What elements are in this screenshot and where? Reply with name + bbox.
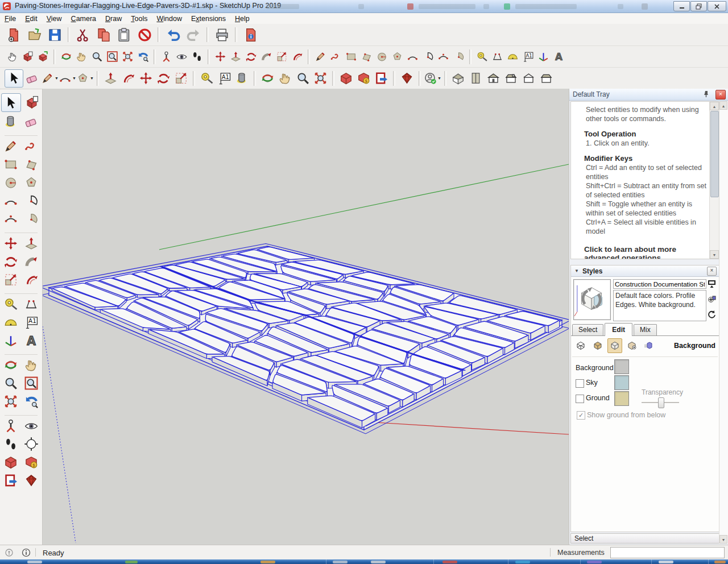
layout-button[interactable] <box>373 70 390 87</box>
layout-button[interactable] <box>2 471 20 489</box>
zoom-button[interactable] <box>89 49 105 64</box>
undo-button[interactable] <box>163 26 183 44</box>
sky-color-swatch[interactable] <box>614 375 629 390</box>
menu-view[interactable]: View <box>42 14 67 23</box>
two-point-arc-button[interactable] <box>405 49 420 64</box>
zoom-button[interactable] <box>2 374 20 392</box>
update-style-icon[interactable] <box>707 310 717 322</box>
tab-edit[interactable]: Edit <box>605 323 632 336</box>
collapse-triangle-icon[interactable]: ▼ <box>574 268 579 273</box>
polygon-button[interactable] <box>22 173 41 191</box>
title-bar[interactable]: Paving-Stones-Irregular-Flagging-Live-Ed… <box>0 0 728 13</box>
view-back-button[interactable] <box>520 70 537 87</box>
move-button[interactable] <box>213 49 228 64</box>
create-style-icon[interactable] <box>707 295 717 306</box>
background-color-swatch[interactable] <box>614 359 629 374</box>
look-around-button[interactable] <box>22 417 41 434</box>
zoom-button[interactable] <box>294 70 312 87</box>
account-button[interactable]: ▼ <box>424 70 441 87</box>
zoom-extents-button[interactable] <box>2 392 20 410</box>
show-ground-checkbox[interactable]: ✓ <box>577 411 585 420</box>
styles-close-icon[interactable]: × <box>707 267 717 276</box>
axes-button[interactable] <box>536 49 551 64</box>
open-button[interactable] <box>24 26 44 44</box>
position-camera-button[interactable] <box>159 49 174 64</box>
make-component-button[interactable] <box>20 49 35 64</box>
ground-color-swatch[interactable] <box>614 391 629 406</box>
rectangle-button[interactable] <box>344 49 359 64</box>
freehand-button[interactable] <box>22 137 41 155</box>
follow-me-button[interactable] <box>22 252 41 270</box>
tape-measure-button[interactable] <box>198 70 216 87</box>
sky-checkbox[interactable] <box>576 379 584 388</box>
paint-bucket-button[interactable] <box>233 70 251 87</box>
tray-scrollbar[interactable]: ▲ ▼ <box>719 101 728 544</box>
print-button[interactable] <box>212 26 232 44</box>
rotate-button[interactable] <box>2 252 20 270</box>
measurements-input[interactable] <box>610 547 725 558</box>
new-button[interactable] <box>3 26 24 44</box>
shapes-button[interactable]: ▼ <box>76 70 94 87</box>
taskbar-app-icon[interactable] <box>659 561 673 563</box>
zoom-window-button[interactable] <box>22 374 41 392</box>
push-pull-button[interactable] <box>22 234 41 252</box>
orbit-button[interactable] <box>259 70 276 87</box>
styles-panel-header[interactable]: ▼ Styles × <box>571 266 719 277</box>
line-button[interactable]: ▼ <box>41 70 59 87</box>
walk-button[interactable] <box>189 49 205 64</box>
three-point-arc-button[interactable] <box>436 49 451 64</box>
arc-dropdown-arrow[interactable]: ▼ <box>72 76 76 80</box>
model-info-button[interactable] <box>240 26 260 44</box>
text-button[interactable]: A1 <box>216 70 233 87</box>
pin-icon[interactable] <box>702 90 710 98</box>
scroll-up-icon[interactable]: ▲ <box>710 102 719 110</box>
select-cursor-button[interactable] <box>5 49 20 64</box>
eraser-button[interactable] <box>23 70 41 87</box>
orbit-button[interactable] <box>59 49 74 64</box>
previous-view-button[interactable] <box>22 392 41 410</box>
transparency-slider-thumb[interactable] <box>658 397 664 408</box>
paving-stones-model[interactable] <box>43 89 569 545</box>
menu-extensions[interactable]: Extensions <box>187 14 230 23</box>
look-around-button[interactable] <box>174 49 189 64</box>
scroll-down-icon[interactable]: ▼ <box>710 250 719 259</box>
zoom-window-button[interactable] <box>105 49 120 64</box>
extension-manager-button[interactable] <box>398 70 416 87</box>
arc-button[interactable]: ▼ <box>59 70 76 87</box>
view-front-button[interactable] <box>485 70 502 87</box>
taskbar-app-icon[interactable] <box>587 561 602 563</box>
learn-more-link[interactable]: Click to learn about more advanced opera… <box>584 245 707 259</box>
geolocation-icon[interactable] <box>5 548 14 557</box>
filled-pie-button[interactable] <box>451 49 466 64</box>
line-dropdown-arrow[interactable]: ▼ <box>55 76 59 80</box>
freehand-button[interactable] <box>328 49 344 64</box>
3d-warehouse-button[interactable] <box>2 453 20 471</box>
tray-close-icon[interactable]: × <box>715 90 726 99</box>
view-left-button[interactable] <box>537 70 555 87</box>
edge-settings-icon[interactable] <box>573 338 588 353</box>
scale-button[interactable] <box>2 271 20 288</box>
extension-warehouse-button[interactable]: $ <box>355 70 373 87</box>
taskbar-app-icon[interactable] <box>371 561 386 563</box>
3d-text-button[interactable]: A <box>22 331 41 349</box>
protractor-button[interactable] <box>2 313 20 331</box>
follow-me-button[interactable] <box>259 49 274 64</box>
two-point-arc-button[interactable] <box>2 192 20 209</box>
scroll-up-icon[interactable]: ▲ <box>719 101 727 110</box>
dimensions-button[interactable] <box>490 49 505 64</box>
3d-warehouse-button[interactable] <box>337 70 355 87</box>
text-button[interactable]: A1 <box>22 313 41 331</box>
minimize-button[interactable] <box>673 1 690 11</box>
components-button[interactable] <box>35 49 51 64</box>
line-button[interactable] <box>2 137 20 155</box>
eraser-button[interactable] <box>22 113 41 130</box>
delete-button[interactable] <box>134 26 155 44</box>
cut-button[interactable] <box>73 26 93 44</box>
offset-button[interactable] <box>289 49 305 64</box>
redo-button[interactable] <box>183 26 204 44</box>
line-button[interactable] <box>313 49 328 64</box>
scrollbar-thumb[interactable] <box>710 111 719 197</box>
watermark-settings-icon[interactable] <box>624 338 639 353</box>
text-button[interactable]: A1 <box>520 49 536 64</box>
pie-button[interactable] <box>420 49 436 64</box>
